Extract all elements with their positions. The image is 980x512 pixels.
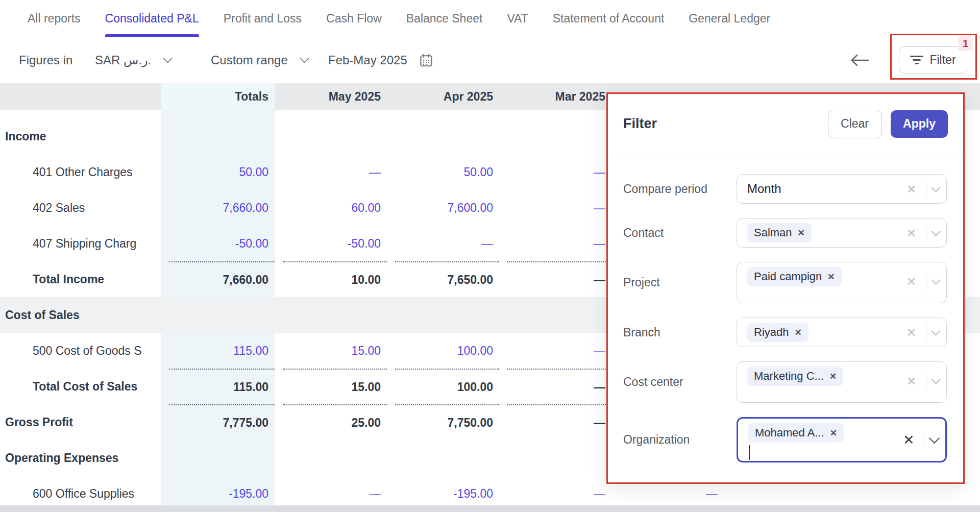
date-range-picker[interactable]: Feb-May 2025 xyxy=(328,37,434,83)
row-label: Operating Expenses xyxy=(0,451,161,465)
cell-value[interactable]: 7,660.00 xyxy=(161,201,275,215)
cell-value[interactable]: — xyxy=(275,487,387,501)
filter-field-label: Organization xyxy=(623,417,733,462)
cell-value[interactable]: — xyxy=(611,487,724,501)
filter-field-label: Contact xyxy=(623,218,733,248)
text-cursor xyxy=(749,445,750,460)
filter-field-row: Organization Mohamed A...✕ ✕ xyxy=(608,417,963,462)
column-header: May 2025 xyxy=(275,90,387,104)
apply-button[interactable]: Apply xyxy=(891,110,948,138)
cell-value: 100.00 xyxy=(395,369,499,404)
filter-field-input[interactable]: Salman✕ ✕ xyxy=(737,218,947,248)
filter-field-value: Month xyxy=(747,182,781,196)
clear-field-icon[interactable]: ✕ xyxy=(903,226,919,240)
filter-panel-header: Filter Clear Apply xyxy=(608,94,963,154)
chevron-down-icon[interactable] xyxy=(929,433,940,444)
chevron-down-icon[interactable] xyxy=(931,326,940,335)
range-type-dropdown[interactable]: Custom range xyxy=(211,37,308,83)
clear-field-icon[interactable]: ✕ xyxy=(903,326,919,340)
cell-value: 7,650.00 xyxy=(395,261,499,297)
chevron-down-icon[interactable] xyxy=(931,275,940,284)
cell-value: 10.00 xyxy=(283,261,387,297)
row-label: 407 Shipping Charg xyxy=(0,237,161,251)
clear-field-icon[interactable]: ✕ xyxy=(903,275,919,289)
chip-remove-icon[interactable]: ✕ xyxy=(829,371,837,382)
cell-value[interactable]: -50.00 xyxy=(275,237,387,251)
report-tab[interactable]: Cash Flow xyxy=(326,0,382,37)
filter-field-label: Project xyxy=(623,262,733,303)
arrow-left-icon xyxy=(849,53,870,67)
filter-panel: Filter Clear Apply Compare period Month … xyxy=(606,92,965,484)
chip-remove-icon[interactable]: ✕ xyxy=(830,428,837,438)
chip-remove-icon[interactable]: ✕ xyxy=(794,327,801,338)
cell-value[interactable]: -195.00 xyxy=(387,487,499,501)
cell-value[interactable]: — xyxy=(499,201,611,215)
row-label: 401 Other Charges xyxy=(0,165,161,179)
report-tab[interactable]: General Ledger xyxy=(689,0,770,37)
cell-value[interactable]: -50.00 xyxy=(161,237,275,251)
cell-value[interactable]: 50.00 xyxy=(387,165,499,179)
cell-value[interactable]: 7,600.00 xyxy=(387,201,499,215)
chevron-down-icon xyxy=(163,54,173,63)
cell-value[interactable]: -195.00 xyxy=(161,487,275,501)
clear-field-icon[interactable]: ✕ xyxy=(903,182,919,197)
cell-value: 115.00 xyxy=(169,369,275,404)
cell-value[interactable]: — xyxy=(499,237,611,251)
report-tabs: All reportsConsolidated P&LProfit and Lo… xyxy=(0,0,980,37)
cell-value[interactable]: — xyxy=(275,165,387,179)
filter-field-input[interactable]: Month ✕ xyxy=(737,174,947,204)
filter-chip: Marketing C...✕ xyxy=(747,367,843,386)
chip-remove-icon[interactable]: ✕ xyxy=(798,228,805,238)
cell-value[interactable]: — xyxy=(499,165,611,179)
chevron-down-icon xyxy=(300,54,309,63)
filter-button[interactable]: Filter xyxy=(899,46,967,74)
calendar-icon xyxy=(419,53,434,68)
report-tab[interactable]: All reports xyxy=(28,0,81,37)
filter-field-input[interactable]: Paid campign✕ ✕ xyxy=(737,262,947,303)
chip-label: Paid campign xyxy=(754,270,822,283)
column-header: Mar 2025 xyxy=(499,90,611,104)
cell-value[interactable]: — xyxy=(387,237,499,251)
report-tab[interactable]: Statement of Account xyxy=(553,0,665,37)
filter-field-row: Contact Salman✕ ✕ xyxy=(608,218,963,248)
report-tab[interactable]: VAT xyxy=(507,0,528,37)
row-label: 402 Sales xyxy=(0,201,161,215)
cell-value[interactable]: 60.00 xyxy=(275,201,387,215)
filter-field-input[interactable]: Marketing C...✕ ✕ xyxy=(737,361,947,403)
row-label: Cost of Sales xyxy=(0,308,161,322)
filter-field-input[interactable]: Riyadh✕ ✕ xyxy=(737,318,947,347)
row-label: Total Cost of Sales xyxy=(0,380,161,394)
filter-field-row: Compare period Month ✕ xyxy=(608,174,963,204)
cell-value[interactable]: 15.00 xyxy=(275,344,387,358)
back-button[interactable] xyxy=(849,37,870,83)
chevron-down-icon[interactable] xyxy=(931,227,940,236)
filter-field-input[interactable]: Mohamed A...✕ ✕ xyxy=(737,417,947,462)
clear-field-icon[interactable]: ✕ xyxy=(900,432,918,448)
filter-chip: Mohamed A...✕ xyxy=(748,423,844,443)
filter-panel-title: Filter xyxy=(623,116,828,132)
cell-value[interactable]: — xyxy=(499,487,611,501)
cell-value[interactable]: 50.00 xyxy=(161,165,275,179)
filter-field-row: Cost center Marketing C...✕ ✕ xyxy=(608,361,963,403)
clear-field-icon[interactable]: ✕ xyxy=(903,374,919,388)
filter-button-label: Filter xyxy=(929,53,955,67)
report-tab[interactable]: Consolidated P&L xyxy=(105,0,199,37)
filter-chip: Paid campign✕ xyxy=(747,267,842,286)
filter-field-label: Cost center xyxy=(623,361,733,403)
report-tab[interactable]: Profit and Loss xyxy=(224,0,302,37)
filter-field-label: Compare period xyxy=(623,174,733,204)
chevron-down-icon[interactable] xyxy=(931,183,940,192)
clear-button[interactable]: Clear xyxy=(828,110,881,138)
report-tab[interactable]: Balance Sheet xyxy=(406,0,483,37)
row-label: 600 Office Supplies xyxy=(0,487,161,501)
chip-remove-icon[interactable]: ✕ xyxy=(827,272,835,282)
field-divider xyxy=(926,225,927,242)
cell-value[interactable]: — xyxy=(499,344,611,358)
range-type-value: Custom range xyxy=(211,53,288,67)
currency-dropdown[interactable]: SAR ر.س. xyxy=(95,37,171,83)
chevron-down-icon[interactable] xyxy=(931,375,940,384)
filter-icon xyxy=(910,56,923,64)
cell-value[interactable]: 100.00 xyxy=(387,344,499,358)
cell-value[interactable]: 115.00 xyxy=(161,344,275,358)
filter-count-badge: 1 xyxy=(958,35,973,51)
